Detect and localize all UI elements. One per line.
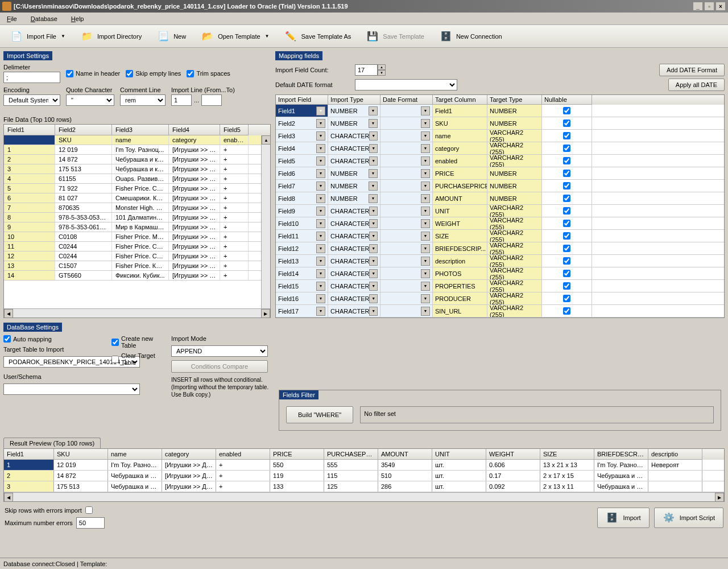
dropdown-icon[interactable]: ▼ xyxy=(369,182,378,191)
dropdown-icon[interactable]: ▼ xyxy=(421,294,430,303)
build-where-button[interactable]: Build "WHERE" xyxy=(286,406,353,423)
dropdown-icon[interactable]: ▼ xyxy=(369,169,378,178)
dropdown-icon[interactable]: ▼ xyxy=(421,257,430,266)
mapping-cell[interactable]: ▼ xyxy=(380,167,433,179)
table-cell[interactable]: [Игрушки >> Дл... xyxy=(169,164,220,174)
dropdown-icon[interactable]: ▼ xyxy=(316,269,325,278)
dropdown-icon[interactable]: ▼ xyxy=(369,269,378,278)
dropdown-icon[interactable]: ▼ xyxy=(316,156,325,166)
col-header[interactable]: category xyxy=(162,449,216,460)
table-cell[interactable]: 13 x 21 x 13 xyxy=(540,460,594,470)
table-cell[interactable]: Fisher Price. Сло... xyxy=(112,251,169,261)
table-cell[interactable]: 3 xyxy=(4,481,54,492)
table-cell[interactable]: Fisher Price. Сло... xyxy=(112,242,169,251)
col-header[interactable]: PRICE xyxy=(270,449,324,460)
nullable-checkbox[interactable] xyxy=(563,157,570,164)
table-cell[interactable]: + xyxy=(220,232,249,241)
dropdown-icon[interactable]: ▼ xyxy=(369,257,378,266)
mapping-cell[interactable]: NUMBER▼ xyxy=(328,105,380,117)
mapping-row[interactable]: Field3▼CHARACTER▼▼nameVARCHAR2 (255) xyxy=(276,130,724,142)
dropdown-icon[interactable]: ▼ xyxy=(316,244,325,253)
col-header[interactable]: enabled xyxy=(216,449,270,460)
mapping-cell[interactable]: ▼ xyxy=(380,267,433,279)
mapping-cell[interactable]: Field5▼ xyxy=(276,155,328,167)
mapping-cell[interactable]: PROPERTIES xyxy=(433,280,487,292)
mapping-cell[interactable]: ▼ xyxy=(380,155,433,167)
menu-file[interactable]: File xyxy=(5,14,19,23)
table-row[interactable]: 3175 513Чебурашка и кр...[Игрушки >> Дл.… xyxy=(4,164,270,174)
table-cell[interactable]: шт. xyxy=(432,471,486,481)
mapping-cell[interactable]: Field1▼ xyxy=(276,105,328,117)
col-header[interactable]: Import Type xyxy=(328,95,380,105)
import-mode-select[interactable]: APPEND xyxy=(171,345,268,357)
mapping-cell[interactable]: BRIEFDESCRIP... xyxy=(433,242,487,254)
table-row[interactable]: 11C0244Fisher Price. Сло...[Игрушки >> Д… xyxy=(4,242,270,251)
dropdown-icon[interactable]: ▼ xyxy=(369,119,378,128)
mapping-cell[interactable] xyxy=(542,205,592,217)
table-row[interactable]: 14GT5660Фиксики. Кубик...[Игрушки >> Дл.… xyxy=(4,271,270,281)
mapping-cell[interactable]: SKU xyxy=(433,117,487,129)
new-connection-button[interactable]: 🗄️ New Connection xyxy=(434,27,507,46)
table-cell[interactable]: [Игрушки >> Дл... xyxy=(162,481,216,492)
horizontal-scrollbar[interactable]: ◀▶ xyxy=(4,308,270,318)
table-cell[interactable]: [Игрушки >> Дл... xyxy=(169,174,220,183)
mapping-cell[interactable]: WEIGHT xyxy=(433,217,487,229)
mapping-row[interactable]: Field5▼CHARACTER▼▼enabledVARCHAR2 (255) xyxy=(276,155,724,167)
table-cell[interactable]: + xyxy=(216,481,270,492)
table-cell[interactable]: 3549 xyxy=(378,460,432,470)
table-cell[interactable]: [Игрушки >> Дл... xyxy=(169,222,220,232)
add-date-format-button[interactable]: Add DATE Format xyxy=(659,64,725,76)
table-cell[interactable]: + xyxy=(220,145,249,154)
mapping-cell[interactable]: PRICE xyxy=(433,167,487,179)
dropdown-icon[interactable]: ▼ xyxy=(316,257,325,266)
dropdown-icon[interactable]: ▼ xyxy=(316,144,325,153)
mapping-cell[interactable]: Field16▼ xyxy=(276,292,328,304)
mapping-cell[interactable] xyxy=(542,117,592,129)
col-header[interactable]: Date Format xyxy=(380,95,433,105)
mapping-cell[interactable]: Field14▼ xyxy=(276,267,328,279)
table-cell[interactable]: 175 513 xyxy=(54,481,108,492)
table-row[interactable]: 8978-5-353-05325-5101 Далматине...[Игруш… xyxy=(4,213,270,222)
table-cell[interactable]: 61155 xyxy=(55,174,112,183)
mapping-cell[interactable]: name xyxy=(433,130,487,142)
dropdown-icon[interactable]: ▼ xyxy=(421,144,430,153)
encoding-select[interactable]: Default System's xyxy=(3,94,60,106)
dropdown-icon[interactable]: ▼ xyxy=(316,294,325,303)
save-template-as-button[interactable]: ✏️ Save Template As xyxy=(279,27,356,46)
table-cell[interactable]: + xyxy=(220,164,249,174)
table-cell[interactable]: Фиксики. Кубик... xyxy=(112,271,169,280)
table-cell[interactable]: + xyxy=(220,271,249,280)
table-cell[interactable]: 0.17 xyxy=(486,471,540,481)
comment-line-select[interactable]: rem xyxy=(120,94,166,106)
mapping-cell[interactable] xyxy=(542,292,592,304)
mapping-row[interactable]: Field11▼CHARACTER▼▼SIZEVARCHAR2 (255) xyxy=(276,230,724,242)
open-template-button[interactable]: 📂 Open Template ▼ xyxy=(196,27,274,46)
dropdown-icon[interactable]: ▼ xyxy=(421,131,430,141)
nullable-checkbox[interactable] xyxy=(563,207,570,215)
mapping-row[interactable]: Field14▼CHARACTER▼▼PHOTOSVARCHAR2 (255) xyxy=(276,267,724,280)
table-row[interactable]: 9978-5-353-06108-3Мир в Кармашк...[Игруш… xyxy=(4,222,270,232)
dropdown-icon[interactable]: ▼ xyxy=(421,219,430,228)
dropdown-icon[interactable]: ▼ xyxy=(316,119,325,128)
dropdown-icon[interactable]: ▼ xyxy=(421,207,430,216)
table-row[interactable]: 10C0108Fisher Price. Моб...[Игрушки >> Д… xyxy=(4,232,270,242)
table-cell[interactable]: C0244 xyxy=(55,251,112,261)
dropdown-icon[interactable]: ▼ xyxy=(316,182,325,191)
mapping-cell[interactable]: ▼ xyxy=(380,117,433,129)
col-header[interactable]: name xyxy=(108,449,162,460)
mapping-cell[interactable]: enabled xyxy=(433,155,487,167)
mapping-cell[interactable] xyxy=(542,305,592,317)
table-row[interactable]: 214 872Чебурашка и кр...[Игрушки >> Дл..… xyxy=(4,155,270,164)
table-cell[interactable]: [Игрушки >> Дл... xyxy=(169,145,220,154)
table-cell[interactable]: + xyxy=(216,471,270,481)
nullable-checkbox[interactable] xyxy=(563,145,570,152)
mapping-cell[interactable]: ▼ xyxy=(380,130,433,142)
mapping-cell[interactable]: Field4▼ xyxy=(276,142,328,154)
table-cell[interactable]: 14 872 xyxy=(54,471,108,481)
table-row[interactable]: 461155Ouaps. Развива...[Игрушки >> Дл...… xyxy=(4,174,270,184)
col-header[interactable]: Nullable xyxy=(542,95,592,105)
mapping-cell[interactable]: Field13▼ xyxy=(276,255,328,267)
mapping-cell[interactable]: Field1 xyxy=(433,105,487,117)
table-row[interactable]: 214 872Чебурашка и кр...[Игрушки >> Дл..… xyxy=(4,471,724,481)
mapping-row[interactable]: Field4▼CHARACTER▼▼categoryVARCHAR2 (255) xyxy=(276,142,724,155)
